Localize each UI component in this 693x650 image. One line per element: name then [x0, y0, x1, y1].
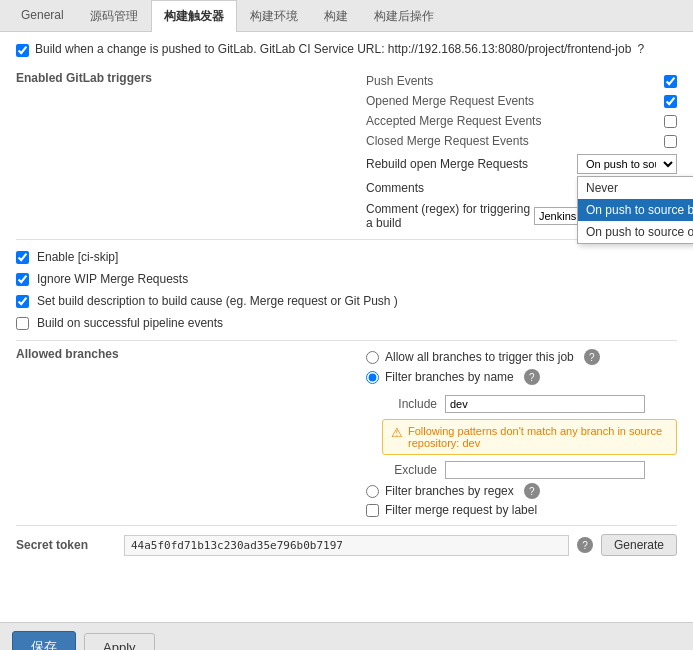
filter-section: Include ⚠ Following patterns don't match…: [382, 393, 677, 481]
rebuild-select[interactable]: Never On push to source branch On push t…: [577, 154, 677, 174]
set-desc-checkbox[interactable]: [16, 295, 29, 308]
rebuild-label: Rebuild open Merge Requests: [366, 157, 528, 171]
pipeline-checkbox[interactable]: [16, 317, 29, 330]
push-events-label: Push Events: [366, 74, 433, 88]
allowed-branches-label: Allowed branches: [16, 347, 356, 519]
ignore-wip-label: Ignore WIP Merge Requests: [37, 272, 188, 286]
gitlab-triggers-label: Enabled GitLab triggers: [16, 71, 356, 85]
push-events-checkbox[interactable]: [664, 75, 677, 88]
top-notice: Build when a change is pushed to GitLab.…: [16, 42, 677, 57]
ab-all-help-icon[interactable]: ?: [584, 349, 600, 365]
top-notice-help-icon[interactable]: ?: [637, 42, 644, 56]
tab-trigger[interactable]: 构建触发器: [151, 0, 237, 32]
tab-source[interactable]: 源码管理: [77, 0, 151, 32]
ab-regex-radio[interactable]: [366, 485, 379, 498]
rebuild-dropdown-popup: Never On push to source branch On push t…: [577, 176, 693, 244]
comment-regex-label: Comment (regex) for triggering a build: [366, 202, 534, 230]
dp-both[interactable]: On push to source or target br: [578, 221, 693, 243]
ab-all-row: Allow all branches to trigger this job ?: [366, 347, 677, 367]
ab-regex-row: Filter branches by regex ?: [366, 481, 677, 501]
set-desc-label: Set build description to build cause (eg…: [37, 294, 398, 308]
event-row-accepted: Accepted Merge Request Events: [366, 111, 677, 131]
warning-triangle-icon: ⚠: [391, 425, 403, 440]
ab-name-row: Filter branches by name ?: [366, 367, 677, 387]
opened-mr-checkbox[interactable]: [664, 95, 677, 108]
include-row: Include: [382, 393, 677, 415]
option-ignore-wip: Ignore WIP Merge Requests: [16, 268, 677, 290]
ab-all-radio[interactable]: [366, 351, 379, 364]
bottom-bar: 保存 Apply: [0, 622, 693, 650]
top-notice-checkbox[interactable]: [16, 44, 29, 57]
exclude-input[interactable]: [445, 461, 645, 479]
accepted-mr-check: [664, 115, 677, 128]
push-events-check: [664, 75, 677, 88]
ignore-wip-checkbox[interactable]: [16, 273, 29, 286]
generate-button[interactable]: Generate: [601, 534, 677, 556]
event-row-push: Push Events: [366, 71, 677, 91]
ab-name-radio[interactable]: [366, 371, 379, 384]
save-button[interactable]: 保存: [12, 631, 76, 650]
secret-token-help-icon[interactable]: ?: [577, 537, 593, 553]
allowed-branches-options: Allow all branches to trigger this job ?…: [366, 347, 677, 519]
exclude-label: Exclude: [382, 463, 437, 477]
tab-post[interactable]: 构建后操作: [361, 0, 447, 32]
rebuild-dropdown-wrapper: Never On push to source branch On push t…: [577, 154, 677, 174]
top-section: Enabled GitLab triggers Push Events Open…: [16, 71, 677, 233]
ab-label-row: Filter merge request by label: [366, 501, 677, 519]
warning-text: Following patterns don't match any branc…: [408, 425, 668, 449]
secret-token-row: Secret token 44a5f0fd71b13c230ad35e796b0…: [16, 534, 677, 556]
opened-mr-check: [664, 95, 677, 108]
ab-label-label: Filter merge request by label: [385, 503, 537, 517]
tab-env[interactable]: 构建环境: [237, 0, 311, 32]
right-events: Push Events Opened Merge Request Events …: [366, 71, 677, 233]
ci-skip-checkbox[interactable]: [16, 251, 29, 264]
opened-mr-label: Opened Merge Request Events: [366, 94, 534, 108]
option-ci-skip: Enable [ci-skip]: [16, 246, 677, 268]
allowed-branches-section: Allowed branches Allow all branches to t…: [16, 347, 677, 519]
ab-name-help-icon[interactable]: ?: [524, 369, 540, 385]
ab-regex-label: Filter branches by regex: [385, 484, 514, 498]
apply-button[interactable]: Apply: [84, 633, 155, 651]
warning-box: ⚠ Following patterns don't match any bra…: [382, 419, 677, 455]
include-label: Include: [382, 397, 437, 411]
left-col: Enabled GitLab triggers: [16, 71, 356, 233]
dp-source[interactable]: On push to source branch: [578, 199, 693, 221]
tabs-bar: General 源码管理 构建触发器 构建环境 构建 构建后操作: [0, 0, 693, 32]
option-pipeline: Build on successful pipeline events: [16, 312, 677, 334]
secret-token-value: 44a5f0fd71b13c230ad35e796b0b7197: [124, 535, 569, 556]
dp-never[interactable]: Never: [578, 177, 693, 199]
secret-token-label: Secret token: [16, 538, 116, 552]
ab-all-label: Allow all branches to trigger this job: [385, 350, 574, 364]
pipeline-label: Build on successful pipeline events: [37, 316, 223, 330]
tab-general[interactable]: General: [8, 0, 77, 32]
event-row-opened: Opened Merge Request Events: [366, 91, 677, 111]
rebuild-row: Rebuild open Merge Requests Never On pus…: [366, 151, 677, 177]
ab-label-checkbox[interactable]: [366, 504, 379, 517]
option-set-desc: Set build description to build cause (eg…: [16, 290, 677, 312]
main-content: Build when a change is pushed to GitLab.…: [0, 32, 693, 622]
closed-mr-checkbox[interactable]: [664, 135, 677, 148]
closed-mr-check: [664, 135, 677, 148]
comments-label: Comments: [366, 181, 424, 195]
top-notice-text: Build when a change is pushed to GitLab.…: [35, 42, 631, 56]
ci-skip-label: Enable [ci-skip]: [37, 250, 118, 264]
accepted-mr-checkbox[interactable]: [664, 115, 677, 128]
event-row-closed: Closed Merge Request Events: [366, 131, 677, 151]
closed-mr-label: Closed Merge Request Events: [366, 134, 529, 148]
exclude-row: Exclude: [382, 459, 677, 481]
ab-regex-help-icon[interactable]: ?: [524, 483, 540, 499]
ab-name-label: Filter branches by name: [385, 370, 514, 384]
tab-build[interactable]: 构建: [311, 0, 361, 32]
accepted-mr-label: Accepted Merge Request Events: [366, 114, 541, 128]
include-input[interactable]: [445, 395, 645, 413]
